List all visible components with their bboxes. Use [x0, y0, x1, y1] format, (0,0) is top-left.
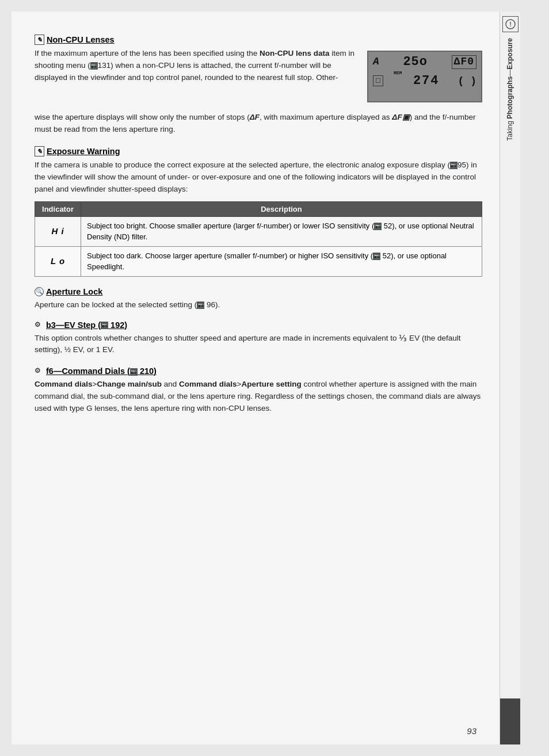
lcd-a-label: A [373, 56, 379, 68]
indicator-lo: L o [35, 246, 81, 276]
table-header-indicator: Indicator [35, 201, 81, 216]
lcd-display: A 25o ΔF0 □ 274 ( ) REM [367, 51, 482, 102]
non-cpu-text1: If the maximum aperture of the lens has … [35, 49, 260, 58]
lcd-value1: 25o [403, 55, 428, 69]
f6-body: Command dials>Change main/sub and Comman… [35, 379, 482, 415]
non-cpu-ref-icon: 📷 [90, 62, 98, 70]
exposure-body: If the camera is unable to produce the c… [35, 159, 482, 196]
section-exposure: ✎ Exposure Warning If the camera is unab… [35, 146, 482, 277]
aperture-ref: 96 [207, 300, 215, 309]
indicator-hi: H i [35, 216, 81, 246]
delta-fb: ΔF▣ [392, 113, 409, 121]
exposure-title: Exposure Warning [47, 147, 120, 156]
sidebar: ! Taking Photographs—Exposure [500, 12, 520, 744]
f6-cmd2: Command dials [179, 380, 237, 388]
aperture-ref-icon: 📷 [197, 301, 204, 309]
non-cpu-header: ✎ Non-CPU Lenses [35, 35, 482, 45]
non-cpu-bold1: Non-CPU lens data [260, 49, 330, 58]
note-icon-2: ✎ [35, 146, 44, 156]
aperture-lock-text1: Aperture can be locked at the selected s… [35, 300, 197, 309]
note-icon-1: ✎ [35, 35, 44, 45]
non-cpu-ref1: 131 [98, 61, 111, 70]
ref-icon-lo: 📷 [373, 253, 380, 260]
non-cpu-text: If the maximum aperture of the lens has … [35, 48, 356, 102]
lcd-row2: □ 274 ( ) [373, 74, 476, 88]
lcd-value2: ΔF0 [452, 55, 476, 69]
table-row: H i Subject too bright. Choose smaller a… [35, 216, 482, 246]
f6-change: Change main/sub [97, 380, 162, 388]
b3-title: b3—EV Step (📷 192) [46, 320, 127, 330]
ref-icon-hi: 📷 [374, 223, 382, 230]
exposure-text1: If the camera is unable to produce the c… [35, 161, 450, 169]
indicator-table: Indicator Description H i Subject too br… [35, 201, 482, 277]
sidebar-exposure: Exposure [506, 38, 514, 70]
delta-f: ΔF [250, 113, 260, 121]
sidebar-text: Taking Photographs—Exposure [506, 38, 515, 141]
section-b3: ⚙ b3—EV Step (📷 192) This option control… [35, 320, 482, 357]
section-f6: ⚙ f6—Command Dials (📷 210) Command dials… [35, 366, 482, 415]
circle-exclamation-icon: ! [505, 19, 516, 29]
f6-title: f6—Command Dials (📷 210) [46, 366, 157, 376]
section-aperture-lock: 🔍 Aperture Lock Aperture can be locked a… [35, 287, 482, 311]
lcd-rem-label: REM [394, 70, 402, 75]
non-cpu-continuation: wise the aperture displays will show onl… [35, 112, 482, 136]
aperture-lock-icon: 🔍 [35, 287, 44, 296]
sidebar-dash: — [506, 70, 514, 77]
table-row: L o Subject too dark. Choose larger aper… [35, 246, 482, 276]
sidebar-dark-bar [500, 698, 520, 744]
b3-gear-icon: ⚙ [35, 320, 44, 330]
page-container: ✎ Non-CPU Lenses If the maximum aperture… [12, 12, 520, 744]
lcd-paren: ( ) [458, 75, 476, 87]
non-cpu-top: If the maximum aperture of the lens has … [35, 48, 482, 102]
sidebar-taking: Taking [506, 119, 514, 141]
f6-cmd1: Command dials [35, 380, 93, 388]
aperture-lock-title: Aperture Lock [46, 287, 102, 296]
sidebar-photographs: Photographs [506, 77, 514, 119]
b3-ref: 192 [110, 320, 124, 330]
main-content: ✎ Non-CPU Lenses If the maximum aperture… [12, 12, 500, 744]
f6-ref-icon: 📷 [130, 368, 138, 376]
description-hi: Subject too bright. Choose smaller apert… [81, 216, 482, 246]
f6-ref: 210 [140, 366, 154, 376]
section-non-cpu: ✎ Non-CPU Lenses If the maximum aperture… [35, 35, 482, 136]
page-number: 93 [467, 726, 476, 736]
f6-gear-icon: ⚙ [35, 366, 44, 376]
f6-header: ⚙ f6—Command Dials (📷 210) [35, 366, 482, 376]
aperture-lock-text2: ). [215, 300, 220, 309]
exposure-header: ✎ Exposure Warning [35, 146, 482, 156]
table-header-description: Description [81, 201, 482, 216]
lcd-274: 274 [413, 74, 440, 88]
exposure-ref1: 95 [458, 161, 466, 169]
aperture-lock-header: 🔍 Aperture Lock [35, 287, 482, 296]
lcd-row2-container: □ 274 ( ) REM [373, 71, 476, 88]
sidebar-top-icon: ! [502, 16, 518, 32]
f6-aperture: Aperture setting [241, 380, 301, 388]
lcd-row1: A 25o ΔF0 [373, 55, 476, 69]
b3-header: ⚙ b3—EV Step (📷 192) [35, 320, 482, 330]
lcd-box: □ [373, 75, 383, 86]
svg-text:!: ! [509, 21, 512, 28]
non-cpu-title: Non-CPU Lenses [47, 35, 115, 44]
b3-ref-icon: 📷 [101, 322, 108, 329]
description-lo: Subject too dark. Choose larger aperture… [81, 246, 482, 276]
exposure-ref-icon: 📷 [450, 162, 458, 169]
b3-body: This option controls whether changes to … [35, 333, 482, 357]
aperture-lock-body: Aperture can be locked at the selected s… [35, 299, 482, 311]
